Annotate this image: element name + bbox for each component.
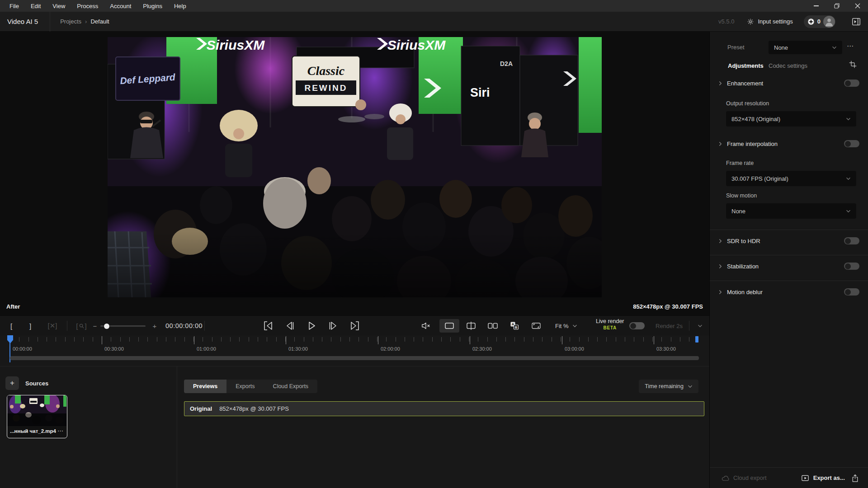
- live-render-toggle[interactable]: [629, 322, 645, 329]
- tick-major: [470, 336, 470, 344]
- previous-frame-button[interactable]: [282, 319, 297, 333]
- credits-coin-icon: [807, 18, 815, 25]
- chevron-right-icon: [719, 290, 722, 295]
- chevron-down-icon: [846, 210, 851, 213]
- menu-process[interactable]: Process: [71, 0, 104, 12]
- preset-select[interactable]: None: [769, 41, 842, 54]
- render-button[interactable]: Render 2s: [656, 316, 683, 336]
- video-text-classic: Classic: [307, 64, 345, 78]
- enhancement-toggle[interactable]: [844, 80, 859, 87]
- share-button[interactable]: [852, 474, 859, 482]
- export-file-icon: [801, 474, 809, 482]
- zoom-out-button[interactable]: −: [90, 316, 100, 336]
- render-options-button[interactable]: [693, 319, 707, 333]
- fit-label: Fit %: [555, 323, 569, 329]
- tab-codec-settings[interactable]: Codec settings: [769, 62, 807, 69]
- clear-trim-button[interactable]: [✕]: [43, 316, 61, 336]
- preview-zoom-button[interactable]: [ ]: [71, 316, 91, 336]
- stabilization-toggle[interactable]: [844, 263, 859, 270]
- minimize-icon: [814, 5, 819, 6]
- tick-major: [286, 336, 286, 344]
- tab-exports[interactable]: Exports: [226, 380, 264, 393]
- slow-motion-value: None: [731, 208, 745, 215]
- panel-toggle-icon: [852, 18, 861, 26]
- skip-start-icon: [263, 320, 274, 331]
- export-as-button[interactable]: Export as...: [801, 474, 845, 482]
- frame-interpolation-toggle[interactable]: [844, 140, 859, 147]
- tick-major: [378, 336, 378, 344]
- trim-out-button[interactable]: ]: [24, 316, 37, 336]
- input-settings-button[interactable]: Input settings: [747, 18, 793, 25]
- close-button[interactable]: [847, 0, 868, 12]
- source-item[interactable]: ...нный чат_2.mp4 ⋯: [7, 395, 67, 438]
- input-settings-label: Input settings: [758, 18, 793, 25]
- side-by-side-icon: [487, 321, 499, 330]
- timeline-label: 00:30:00: [104, 346, 124, 352]
- menu-bar: File Edit View Process Account Plugins H…: [0, 0, 868, 12]
- timeline-end-handle[interactable]: [695, 336, 698, 343]
- play-button[interactable]: [304, 319, 319, 333]
- section-motion-deblur[interactable]: Motion deblur: [719, 288, 859, 296]
- fit-zoom-dropdown[interactable]: Fit %: [555, 316, 577, 336]
- view-fullframe-button[interactable]: [526, 319, 546, 333]
- preview-row-original[interactable]: Original 852×478px @ 30.007 FPS: [184, 401, 704, 416]
- section-label: Enhancement: [727, 80, 763, 87]
- motion-deblur-toggle[interactable]: [844, 288, 859, 296]
- export-footer: Cloud export Export as...: [710, 467, 868, 488]
- close-icon: [855, 3, 860, 9]
- panel-toggle-button[interactable]: [852, 18, 861, 26]
- tab-previews[interactable]: Previews: [184, 380, 226, 393]
- zoom-slider-knob[interactable]: [104, 324, 109, 329]
- view-single-button[interactable]: [439, 319, 459, 333]
- output-resolution-select[interactable]: 852×478 (Original): [726, 111, 856, 127]
- after-label: After: [6, 303, 20, 310]
- section-frame-interpolation[interactable]: Frame interpolation: [719, 140, 859, 147]
- sort-dropdown[interactable]: Time remaining: [639, 380, 698, 393]
- view-split-button[interactable]: [461, 319, 481, 333]
- add-source-button[interactable]: +: [5, 376, 19, 390]
- trim-in-button[interactable]: [: [5, 316, 18, 336]
- restore-button[interactable]: [826, 0, 847, 12]
- menu-help[interactable]: Help: [168, 0, 192, 12]
- playhead[interactable]: [7, 335, 13, 343]
- avatar[interactable]: [823, 16, 835, 28]
- restore-icon: [834, 3, 840, 9]
- minimize-button[interactable]: [806, 0, 826, 12]
- mute-button[interactable]: [417, 319, 435, 333]
- sdr-to-hdr-toggle[interactable]: [844, 237, 859, 244]
- app-window: File Edit View Process Account Plugins H…: [0, 0, 868, 488]
- view-ab-compare-button[interactable]: AB: [505, 319, 524, 333]
- frame-rate-select[interactable]: 30.007 FPS (Original): [726, 171, 856, 186]
- credits-pill[interactable]: 0: [804, 15, 835, 28]
- output-resolution-label: Output resolution: [726, 100, 769, 107]
- tab-cloud-exports[interactable]: Cloud Exports: [264, 380, 318, 393]
- zoom-in-button[interactable]: +: [149, 316, 160, 336]
- skip-to-start-button[interactable]: [260, 319, 276, 333]
- panel-divider: [710, 230, 868, 230]
- menu-edit[interactable]: Edit: [25, 0, 47, 12]
- chevron-down-icon: [846, 177, 851, 180]
- video-text-siriusxm-left: SiriusXM: [207, 38, 265, 52]
- menu-plugins[interactable]: Plugins: [137, 0, 168, 12]
- source-more-button[interactable]: ⋯: [57, 427, 63, 434]
- menu-file[interactable]: File: [4, 0, 25, 12]
- breadcrumb-projects[interactable]: Projects: [60, 18, 81, 25]
- slow-motion-select[interactable]: None: [726, 203, 856, 219]
- bottom-section: + Sources: [0, 366, 709, 488]
- section-sdr-to-hdr[interactable]: SDR to HDR: [719, 237, 859, 244]
- preset-more-button[interactable]: ⋯: [847, 42, 854, 50]
- menu-view[interactable]: View: [47, 0, 71, 12]
- section-enhancement[interactable]: Enhancement: [719, 80, 859, 87]
- preview-zoom-slider[interactable]: [100, 325, 146, 327]
- skip-to-end-button[interactable]: [347, 319, 363, 333]
- header-bar: Video AI 5 Projects › Default v5.5.0 Inp…: [0, 12, 868, 32]
- menu-account[interactable]: Account: [104, 0, 137, 12]
- next-frame-button[interactable]: [326, 319, 341, 333]
- crop-button[interactable]: [849, 61, 857, 70]
- tab-adjustments[interactable]: Adjustments: [728, 62, 764, 69]
- timeline[interactable]: 00:00:00 00:30:00 01:00:00 01:30:00 02:0…: [0, 335, 709, 366]
- timeline-scrollbar[interactable]: [10, 356, 699, 360]
- section-stabilization[interactable]: Stabilization: [719, 263, 859, 270]
- view-side-by-side-button[interactable]: [483, 319, 503, 333]
- cloud-export-button[interactable]: Cloud export: [722, 474, 767, 481]
